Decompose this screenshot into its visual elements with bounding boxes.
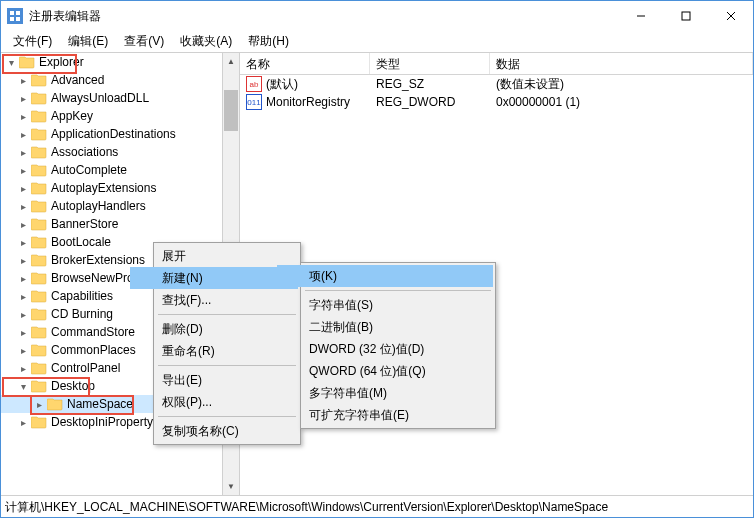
- cm-new[interactable]: 新建(N)▶: [130, 267, 298, 289]
- list-row[interactable]: 011MonitorRegistryREG_DWORD0x00000001 (1…: [240, 93, 753, 111]
- menu-edit[interactable]: 编辑(E): [60, 31, 116, 52]
- expand-icon[interactable]: ▸: [15, 255, 31, 266]
- list-row[interactable]: ab(默认)REG_SZ(数值未设置): [240, 75, 753, 93]
- cm-separator: [158, 314, 296, 315]
- expand-icon[interactable]: ▸: [15, 345, 31, 356]
- value-type: REG_SZ: [372, 77, 492, 91]
- expand-icon[interactable]: ▸: [15, 291, 31, 302]
- value-type-icon: 011: [246, 94, 262, 110]
- expand-icon[interactable]: ▸: [15, 327, 31, 338]
- folder-icon: [31, 145, 47, 159]
- cm-permissions[interactable]: 权限(P)...: [130, 391, 298, 413]
- context-menu-new: 项(K) 字符串值(S) 二进制值(B) DWORD (32 位)值(D) QW…: [300, 262, 496, 429]
- tree-label: ApplicationDestinations: [51, 127, 176, 141]
- svg-rect-1: [16, 11, 20, 15]
- tree-item[interactable]: ▸AutoplayHandlers: [1, 197, 239, 215]
- tree-label: AutoplayExtensions: [51, 181, 156, 195]
- tree-label: AutoComplete: [51, 163, 127, 177]
- folder-icon: [31, 235, 47, 249]
- cm-rename[interactable]: 重命名(R): [130, 340, 298, 362]
- minimize-button[interactable]: [618, 1, 663, 31]
- titlebar[interactable]: 注册表编辑器: [1, 1, 753, 31]
- expand-icon[interactable]: ▸: [15, 273, 31, 284]
- folder-icon: [31, 199, 47, 213]
- expand-icon[interactable]: ▸: [15, 165, 31, 176]
- folder-icon: [31, 181, 47, 195]
- expand-icon[interactable]: ▸: [15, 219, 31, 230]
- value-type-icon: ab: [246, 76, 262, 92]
- tree-label: Capabilities: [51, 289, 113, 303]
- tree-item[interactable]: ▸ApplicationDestinations: [1, 125, 239, 143]
- cm-new-key[interactable]: 项(K): [277, 265, 493, 287]
- cm-new-binary[interactable]: 二进制值(B): [277, 316, 493, 338]
- tree-item[interactable]: ▸AutoplayExtensions: [1, 179, 239, 197]
- expand-icon[interactable]: ▸: [15, 417, 31, 428]
- cm-new-string[interactable]: 字符串值(S): [277, 294, 493, 316]
- expand-icon[interactable]: ▸: [15, 93, 31, 104]
- expand-icon[interactable]: ▸: [15, 75, 31, 86]
- value-name: MonitorRegistry: [266, 95, 350, 109]
- menu-favorites[interactable]: 收藏夹(A): [172, 31, 240, 52]
- col-name[interactable]: 名称: [240, 53, 370, 74]
- expand-icon[interactable]: ▸: [15, 363, 31, 374]
- cm-separator: [305, 290, 491, 291]
- svg-rect-3: [16, 17, 20, 21]
- col-type[interactable]: 类型: [370, 53, 490, 74]
- tree-item[interactable]: ▸Associations: [1, 143, 239, 161]
- expand-icon[interactable]: ▸: [15, 111, 31, 122]
- cm-new-expandstring[interactable]: 可扩充字符串值(E): [277, 404, 493, 426]
- cm-separator: [158, 365, 296, 366]
- cm-copy-key-name[interactable]: 复制项名称(C): [130, 420, 298, 442]
- cm-expand[interactable]: 展开: [130, 245, 298, 267]
- cm-export[interactable]: 导出(E): [130, 369, 298, 391]
- menu-view[interactable]: 查看(V): [116, 31, 172, 52]
- folder-icon: [31, 109, 47, 123]
- expand-icon[interactable]: ▸: [15, 183, 31, 194]
- cm-delete[interactable]: 删除(D): [130, 318, 298, 340]
- value-type: REG_DWORD: [372, 95, 492, 109]
- cm-new-qword[interactable]: QWORD (64 位)值(Q): [277, 360, 493, 382]
- menu-file[interactable]: 文件(F): [5, 31, 60, 52]
- folder-icon: [31, 361, 47, 375]
- tree-item[interactable]: ▸Advanced: [1, 71, 239, 89]
- col-data[interactable]: 数据: [490, 53, 753, 74]
- tree-label: NameSpace: [67, 397, 133, 411]
- tree-item[interactable]: ▸BannerStore: [1, 215, 239, 233]
- expand-icon[interactable]: ▸: [31, 399, 47, 410]
- cm-new-dword[interactable]: DWORD (32 位)值(D): [277, 338, 493, 360]
- tree-label: AutoplayHandlers: [51, 199, 146, 213]
- tree-item[interactable]: ▸AutoComplete: [1, 161, 239, 179]
- cm-separator: [158, 416, 296, 417]
- menu-help[interactable]: 帮助(H): [240, 31, 297, 52]
- svg-rect-0: [10, 11, 14, 15]
- tree-item[interactable]: ▸AppKey: [1, 107, 239, 125]
- tree-label: BannerStore: [51, 217, 118, 231]
- cm-find[interactable]: 查找(F)...: [130, 289, 298, 311]
- scroll-thumb[interactable]: [224, 90, 238, 131]
- tree-item-explorer[interactable]: ▾Explorer: [1, 53, 239, 71]
- expand-icon[interactable]: ▸: [15, 129, 31, 140]
- folder-icon: [19, 55, 35, 69]
- list-body: ab(默认)REG_SZ(数值未设置)011MonitorRegistryREG…: [240, 75, 753, 111]
- tree-label: CD Burning: [51, 307, 113, 321]
- folder-icon: [31, 217, 47, 231]
- cm-new-multistring[interactable]: 多字符串值(M): [277, 382, 493, 404]
- scroll-up-button[interactable]: ▲: [223, 53, 239, 70]
- folder-icon: [31, 415, 47, 429]
- scroll-down-button[interactable]: ▼: [223, 478, 239, 495]
- maximize-button[interactable]: [663, 1, 708, 31]
- expand-icon[interactable]: ▸: [15, 147, 31, 158]
- tree-label: BootLocale: [51, 235, 111, 249]
- close-button[interactable]: [708, 1, 753, 31]
- folder-icon: [31, 307, 47, 321]
- expand-icon[interactable]: ▸: [15, 237, 31, 248]
- folder-icon: [31, 343, 47, 357]
- folder-icon: [31, 325, 47, 339]
- expand-icon[interactable]: ▸: [15, 309, 31, 320]
- expand-icon[interactable]: ▸: [15, 201, 31, 212]
- app-icon: [7, 8, 23, 24]
- collapse-icon[interactable]: ▾: [15, 381, 31, 392]
- tree-item[interactable]: ▸AlwaysUnloadDLL: [1, 89, 239, 107]
- collapse-icon[interactable]: ▾: [3, 57, 19, 68]
- folder-icon: [31, 271, 47, 285]
